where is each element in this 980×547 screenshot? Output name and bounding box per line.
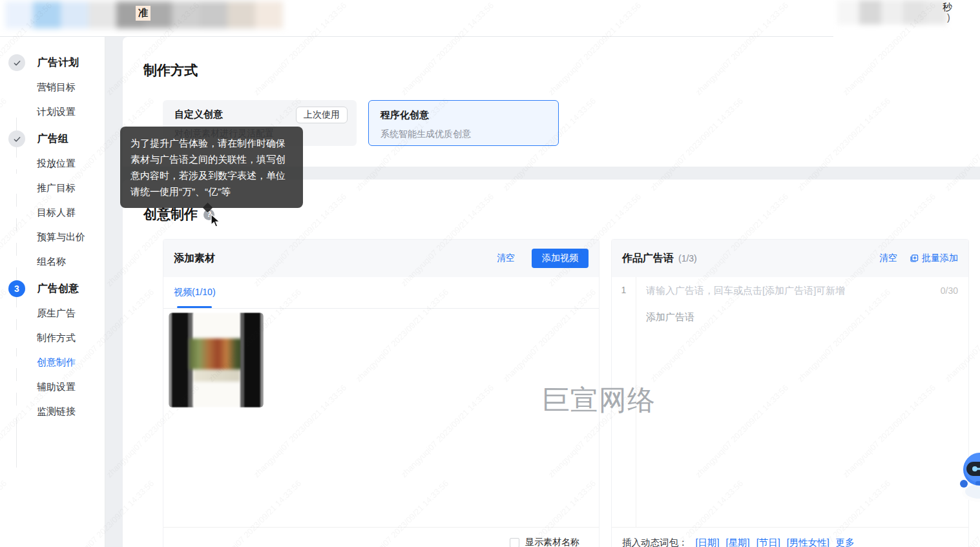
sidebar-item-tracking-links[interactable]: 监测链接 <box>0 406 97 417</box>
step-label: 广告组 <box>37 132 68 146</box>
sidebar-item-placement[interactable]: 投放位置 <box>0 158 97 169</box>
slogan-panel: 作品广告语 (1/3) 清空 批量添加 1 0/30 添加广告语 <box>611 239 969 547</box>
programmatic-creative-card[interactable]: 程序化创意 系统智能生成优质创意 <box>368 100 559 146</box>
batch-add-link[interactable]: 批量添加 <box>909 253 958 264</box>
pack-gender-link[interactable]: [男性女性] <box>787 537 829 547</box>
tooltip-text: 为了提升广告体验，请在制作时确保素材与广告语之间的关联性，填写创意内容时，若涉及… <box>130 138 286 197</box>
slogan-body: 1 0/30 添加广告语 <box>612 277 968 527</box>
step-label: 广告计划 <box>37 56 79 70</box>
check-icon <box>8 130 25 147</box>
tab-video[interactable]: 视频(1/10) <box>174 277 216 308</box>
add-material-panel: 添加素材 清空 添加视频 视频(1/10) 显示素材名称 <box>163 239 599 547</box>
show-material-name-checkbox[interactable] <box>510 538 519 547</box>
mouse-cursor-icon <box>211 214 222 228</box>
pack-festival-link[interactable]: [节日] <box>756 537 780 547</box>
batch-add-icon <box>909 254 919 263</box>
pack-date-link[interactable]: [日期] <box>696 537 720 547</box>
clear-slogans-link[interactable]: 清空 <box>879 253 897 264</box>
slogan-count: (1/3) <box>678 253 697 263</box>
material-footer: 显示素材名称 <box>163 527 599 547</box>
sidebar-item-assist-settings[interactable]: 辅助设置 <box>0 381 97 393</box>
sidebar-step-ad-plan: 广告计划 <box>0 54 105 71</box>
slogan-input[interactable] <box>646 285 935 296</box>
sidebar-item-native-ad[interactable]: 原生广告 <box>0 307 97 319</box>
step-label: 广告创意 <box>37 282 79 296</box>
section-title-text: 创意制作 <box>143 205 198 223</box>
video-letterbox-right <box>240 313 264 408</box>
add-video-button[interactable]: 添加视频 <box>532 249 589 268</box>
creative-making-help-tooltip: 为了提升广告体验，请在制作时确保素材与广告语之间的关联性，填写创意内容时，若涉及… <box>120 127 303 208</box>
section-title-making-method: 制作方式 <box>143 61 198 79</box>
sidebar-item-marketing-goal[interactable]: 营销目标 <box>0 81 97 93</box>
slogan-header: 作品广告语 (1/3) 清空 批量添加 <box>612 240 968 277</box>
step-number-badge: 3 <box>8 280 25 297</box>
sidebar-step-ad-group: 广告组 <box>0 130 105 147</box>
sidebar-item-group-name[interactable]: 组名称 <box>0 256 97 267</box>
video-thumbnail[interactable] <box>169 313 264 408</box>
top-navigation-bar: 准 秒 ) <box>0 0 980 37</box>
slogan-editor: 0/30 添加广告语 <box>636 277 968 527</box>
sidebar-item-promotion-goal[interactable]: 推广目标 <box>0 182 97 194</box>
show-material-name-label: 显示素材名称 <box>525 537 579 547</box>
redacted-topbar-right-blocks <box>837 0 947 25</box>
sidebar-step-ad-creative: 3 广告创意 <box>0 280 105 297</box>
card-title: 程序化创意 <box>381 109 549 121</box>
panel-title: 添加素材 <box>174 252 215 265</box>
sidebar-item-plan-settings[interactable]: 计划设置 <box>0 106 97 118</box>
clear-materials-link[interactable]: 清空 <box>497 253 515 264</box>
sidebar-item-budget-bid[interactable]: 预算与出价 <box>0 231 97 243</box>
sidebar-item-making-method[interactable]: 制作方式 <box>0 332 97 344</box>
sidebar-item-target-audience[interactable]: 目标人群 <box>0 207 97 218</box>
material-tabs: 视频(1/10) <box>163 277 599 309</box>
last-used-badge: 上次使用 <box>296 107 348 123</box>
add-slogan-button[interactable]: 添加广告语 <box>646 311 958 324</box>
dynamic-pack-label: 插入动态词包： <box>622 537 688 547</box>
service-robot-icon[interactable] <box>960 450 980 502</box>
wizard-sidebar: 广告计划 营销目标 计划设置 广告组 投放位置 推广目标 目标人群 预算与出价 … <box>0 37 105 547</box>
batch-add-label: 批量添加 <box>922 253 958 264</box>
pack-weekday-link[interactable]: [星期] <box>726 537 750 547</box>
card-subtitle: 系统智能生成优质创意 <box>381 129 549 140</box>
countdown-paren-fragment: ) <box>947 12 950 23</box>
standard-badge-fragment: 准 <box>136 6 151 21</box>
sidebar-item-creative-making[interactable]: 创意制作 <box>0 356 97 368</box>
check-icon <box>8 54 25 71</box>
panel-title: 作品广告语 <box>622 252 674 265</box>
add-material-header: 添加素材 清空 添加视频 <box>163 240 599 277</box>
char-counter: 0/30 <box>941 285 958 296</box>
creative-making-section: 创意制作 ? 添加素材 清空 添加视频 视频(1/10) 显示素材名称 作品广告… <box>123 180 980 547</box>
pack-more-link[interactable]: 更多 <box>836 537 855 547</box>
video-preview-blur <box>193 313 240 408</box>
section-title-text: 制作方式 <box>143 61 198 79</box>
dynamic-word-pack-bar: 插入动态词包： [日期] [星期] [节日] [男性女性] 更多 <box>612 527 968 547</box>
slogan-row-index: 1 <box>612 277 636 527</box>
